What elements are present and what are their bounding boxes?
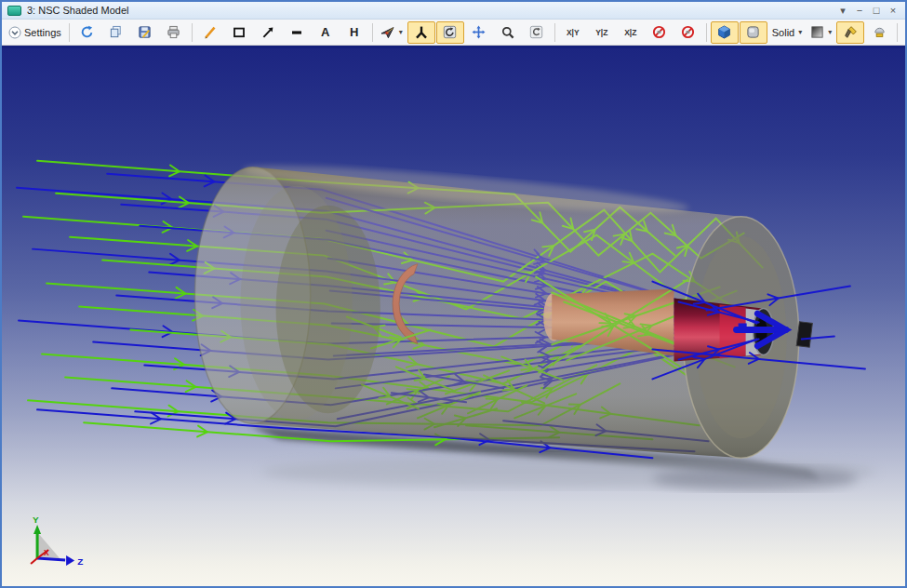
no-symbol-icon bbox=[652, 25, 666, 39]
plane-yz-label: Y|Z bbox=[595, 28, 607, 37]
draw-rectangle-button[interactable] bbox=[225, 21, 253, 44]
y-axis-label: Y bbox=[33, 514, 39, 525]
spin-tool-button[interactable] bbox=[436, 21, 464, 44]
maximize-button[interactable]: □ bbox=[868, 3, 885, 18]
z-axis bbox=[37, 558, 65, 560]
gradient-square-icon bbox=[810, 25, 824, 39]
window-menu-chevron-icon[interactable]: ▾ bbox=[834, 3, 851, 18]
background-gradient-button[interactable]: ▾ bbox=[807, 21, 835, 44]
render-mode-label: Solid bbox=[772, 27, 794, 38]
toolbar-separator bbox=[372, 23, 373, 42]
insert-text-button[interactable]: A bbox=[312, 21, 340, 44]
chevron-down-circle-icon bbox=[8, 26, 21, 39]
settings-button[interactable]: Settings bbox=[5, 21, 65, 44]
arrow-icon bbox=[261, 26, 274, 39]
plane-xy-button[interactable]: X|Y bbox=[559, 21, 587, 44]
insert-text-label: A bbox=[321, 25, 329, 39]
rotate-tool-button[interactable] bbox=[407, 21, 435, 44]
minimize-button[interactable]: − bbox=[851, 3, 868, 18]
reset-view-button[interactable] bbox=[523, 21, 551, 44]
no-symbol-icon bbox=[681, 25, 695, 39]
copy-button[interactable] bbox=[102, 21, 130, 44]
draw-arrow-button[interactable] bbox=[254, 21, 282, 44]
dropdown-arrow-icon: ▾ bbox=[399, 28, 403, 36]
window-icon bbox=[7, 6, 21, 16]
3d-viewport[interactable]: Y Z X bbox=[2, 46, 905, 586]
save-image-button[interactable] bbox=[131, 21, 159, 44]
rectangle-icon bbox=[233, 26, 246, 39]
x-axis-label: X bbox=[44, 548, 49, 557]
plane-xy-label: X|Y bbox=[567, 28, 580, 37]
solid-model-button[interactable] bbox=[740, 21, 767, 44]
close-button[interactable]: × bbox=[885, 3, 901, 18]
cube-gray-icon bbox=[746, 25, 760, 39]
magnifier-icon bbox=[501, 26, 514, 39]
text-height-label: H bbox=[350, 25, 358, 39]
toolbar-separator bbox=[69, 23, 70, 42]
rotate-box-icon bbox=[443, 25, 457, 39]
draw-line-button[interactable] bbox=[196, 21, 224, 44]
toolbar: SettingsAH▾X|YY|ZX|ZSolid▾▾Line Thicknes… bbox=[2, 20, 905, 46]
pan-tool-button[interactable] bbox=[465, 21, 493, 44]
nsc-shaded-model-window: 3: NSC Shaded Model ▾ − □ × SettingsAH▾X… bbox=[0, 0, 907, 588]
lamp-icon bbox=[873, 25, 887, 39]
text-height-button[interactable]: H bbox=[340, 21, 368, 44]
toolbar-separator bbox=[706, 23, 707, 42]
pencil-icon bbox=[204, 26, 217, 39]
draw-dash-button[interactable] bbox=[283, 21, 311, 44]
print-button[interactable] bbox=[160, 21, 188, 44]
brightness-button[interactable] bbox=[865, 21, 893, 44]
dropdown-arrow-icon: ▾ bbox=[798, 28, 802, 36]
flashlight-icon bbox=[844, 25, 858, 39]
window-title: 3: NSC Shaded Model bbox=[27, 5, 128, 16]
dropdown-arrow-icon: ▾ bbox=[828, 28, 832, 36]
render-mode-button[interactable]: Solid▾ bbox=[768, 21, 806, 44]
no-spin-button[interactable] bbox=[646, 21, 674, 44]
barrel-front-inner-disk bbox=[276, 206, 380, 414]
orientation-icon bbox=[380, 26, 395, 39]
cube-blue-icon bbox=[717, 25, 731, 39]
plane-xz-button[interactable]: X|Z bbox=[617, 21, 645, 44]
copy-icon bbox=[109, 25, 123, 39]
move-icon bbox=[472, 25, 486, 39]
orientation-button[interactable]: ▾ bbox=[377, 21, 407, 44]
save-icon bbox=[138, 25, 152, 39]
update-button[interactable] bbox=[73, 21, 101, 44]
lighting-button[interactable] bbox=[836, 21, 864, 44]
z-axis-label: Z bbox=[77, 556, 83, 567]
detector-chip bbox=[796, 322, 812, 347]
split-view-button[interactable] bbox=[901, 21, 905, 44]
plane-yz-button[interactable]: Y|Z bbox=[588, 21, 616, 44]
print-icon bbox=[167, 25, 180, 39]
trident-icon bbox=[415, 25, 428, 39]
settings-label: Settings bbox=[24, 27, 61, 38]
dash-icon bbox=[290, 26, 303, 39]
shaded-model-scene: Y Z X bbox=[2, 48, 905, 586]
refresh-icon bbox=[80, 25, 94, 39]
title-bar: 3: NSC Shaded Model ▾ − □ × bbox=[2, 2, 905, 20]
reset-rotate-icon bbox=[529, 25, 543, 39]
toolbar-separator bbox=[897, 23, 898, 42]
window-controls: ▾ − □ × bbox=[834, 3, 901, 18]
toolbar-separator bbox=[192, 23, 193, 42]
plane-xz-label: X|Z bbox=[624, 28, 636, 37]
shaded-model-button[interactable] bbox=[711, 21, 739, 44]
toolbar-separator bbox=[554, 23, 555, 42]
zoom-tool-button[interactable] bbox=[494, 21, 522, 44]
no-render-button[interactable] bbox=[674, 21, 702, 44]
